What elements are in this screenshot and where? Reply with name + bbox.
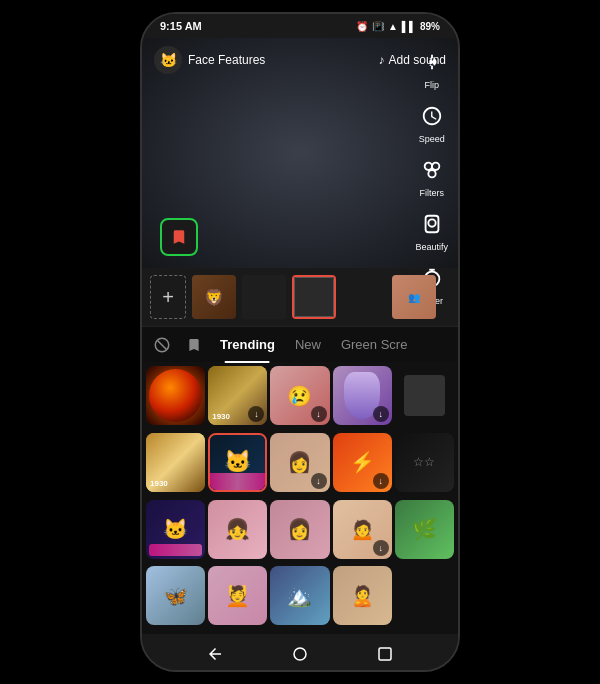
music-icon: ♪ — [379, 53, 385, 67]
effect-preview: 🙎 — [333, 566, 392, 625]
svg-point-9 — [294, 648, 306, 660]
back-button[interactable] — [201, 640, 229, 668]
nav-bar — [142, 634, 458, 672]
effect-item[interactable]: 👩 ↓ — [270, 433, 329, 492]
effect-preview: 🦋 — [146, 566, 205, 625]
effect-preview — [395, 366, 454, 425]
thumbnail-2[interactable] — [242, 275, 286, 319]
effect-preview: 💆 — [208, 566, 267, 625]
wifi-icon: ▲ — [388, 21, 398, 32]
bottom-section: Trending New Green Scre 1930 — [142, 326, 458, 672]
effect-item[interactable] — [395, 366, 454, 425]
effect-item[interactable]: ⚡ ↓ — [333, 433, 392, 492]
thumbnail-5[interactable]: 👥 — [392, 275, 436, 319]
status-bar: 9:15 AM ⏰ 📳 ▲ ▌▌ 89% — [142, 14, 458, 38]
home-button[interactable] — [286, 640, 314, 668]
camera-area: 🐱 Face Features ♪ Add sound Flip — [142, 38, 458, 268]
effect-item[interactable]: 1930 ↓ — [208, 366, 267, 425]
svg-line-8 — [158, 340, 167, 349]
effect-item[interactable]: 👧 — [208, 500, 267, 559]
effect-preview: ☆☆ — [395, 433, 454, 492]
status-time: 9:15 AM — [160, 20, 202, 32]
svg-point-4 — [428, 219, 435, 226]
vibrate-icon: 📳 — [372, 21, 384, 32]
thumbnail-strip: + 🦁 👥 — [142, 268, 458, 326]
top-bar: 🐱 Face Features ♪ Add sound — [142, 38, 458, 82]
download-icon: ↓ — [311, 406, 327, 422]
alarm-icon: ⏰ — [356, 21, 368, 32]
beautify-icon — [416, 208, 448, 240]
flip-tool[interactable]: Flip — [416, 46, 448, 90]
effect-item[interactable]: 1930 — [146, 433, 205, 492]
filters-tool[interactable]: Filters — [416, 154, 448, 198]
status-icons: ⏰ 📳 ▲ ▌▌ 89% — [356, 21, 440, 32]
filters-icon — [416, 154, 448, 186]
effect-item[interactable]: 🌿 — [395, 500, 454, 559]
face-features-icon: 🐱 — [154, 46, 182, 74]
download-icon: ↓ — [311, 473, 327, 489]
tab-green-screen[interactable]: Green Scre — [331, 327, 417, 363]
svg-point-2 — [428, 170, 435, 177]
no-effect-button[interactable] — [146, 327, 178, 363]
battery-text: 89% — [420, 21, 440, 32]
face-features-label: Face Features — [188, 53, 265, 67]
svg-rect-10 — [379, 648, 391, 660]
thumbnail-1[interactable]: 🦁 — [192, 275, 236, 319]
tab-new[interactable]: New — [285, 327, 331, 363]
beautify-label: Beautify — [415, 242, 448, 252]
speed-tool[interactable]: Speed — [416, 100, 448, 144]
effect-item[interactable] — [146, 366, 205, 425]
speed-icon — [416, 100, 448, 132]
effect-item-cat-highlighted[interactable]: 🐱 — [208, 433, 267, 492]
tabs-bar: Trending New Green Scre — [142, 326, 458, 362]
effect-item[interactable]: 😢 ↓ — [270, 366, 329, 425]
tab-trending[interactable]: Trending — [210, 327, 285, 363]
effect-preview: 🌿 — [395, 500, 454, 559]
thumbnail-3-selected[interactable] — [292, 275, 336, 319]
flip-label: Flip — [424, 80, 439, 90]
effects-grid: 1930 ↓ 😢 ↓ ↓ — [142, 362, 458, 634]
effect-preview: 1930 — [146, 433, 205, 492]
effect-item[interactable]: 🦋 — [146, 566, 205, 625]
face-features-control[interactable]: 🐱 Face Features — [154, 46, 265, 74]
speed-label: Speed — [419, 134, 445, 144]
add-clip-button[interactable]: + — [150, 275, 186, 319]
effect-item[interactable]: ☆☆ — [395, 433, 454, 492]
saved-effects-tab[interactable] — [178, 327, 210, 363]
filters-label: Filters — [419, 188, 444, 198]
thumbnail-4[interactable] — [342, 275, 386, 319]
flip-icon — [416, 46, 448, 78]
signal-icon: ▌▌ — [402, 21, 416, 32]
download-icon: ↓ — [373, 473, 389, 489]
right-tools: Flip Speed Filters — [415, 46, 448, 306]
effect-preview: 🐱 — [146, 500, 205, 559]
effect-preview: 🐱 — [210, 435, 265, 490]
phone-frame: 9:15 AM ⏰ 📳 ▲ ▌▌ 89% 🐱 Face Features ♪ A… — [140, 12, 460, 672]
effect-item[interactable]: 🙎 — [333, 566, 392, 625]
bookmark-button[interactable] — [160, 218, 198, 256]
effect-item[interactable]: ↓ — [333, 366, 392, 425]
effect-item[interactable]: 👩 — [270, 500, 329, 559]
svg-point-1 — [432, 163, 439, 170]
svg-point-0 — [424, 163, 431, 170]
svg-rect-3 — [425, 216, 438, 233]
effect-preview — [146, 366, 205, 425]
effect-preview: 🏔️ — [270, 566, 329, 625]
effect-item[interactable]: 🏔️ — [270, 566, 329, 625]
effect-item[interactable]: 💆 — [208, 566, 267, 625]
effect-item[interactable]: 🐱 — [146, 500, 205, 559]
recents-button[interactable] — [371, 640, 399, 668]
download-icon: ↓ — [373, 540, 389, 556]
download-icon: ↓ — [373, 406, 389, 422]
effect-preview: 👧 — [208, 500, 267, 559]
beautify-tool[interactable]: Beautify — [415, 208, 448, 252]
effect-preview: 👩 — [270, 500, 329, 559]
effect-item[interactable]: 🙍 ↓ — [333, 500, 392, 559]
